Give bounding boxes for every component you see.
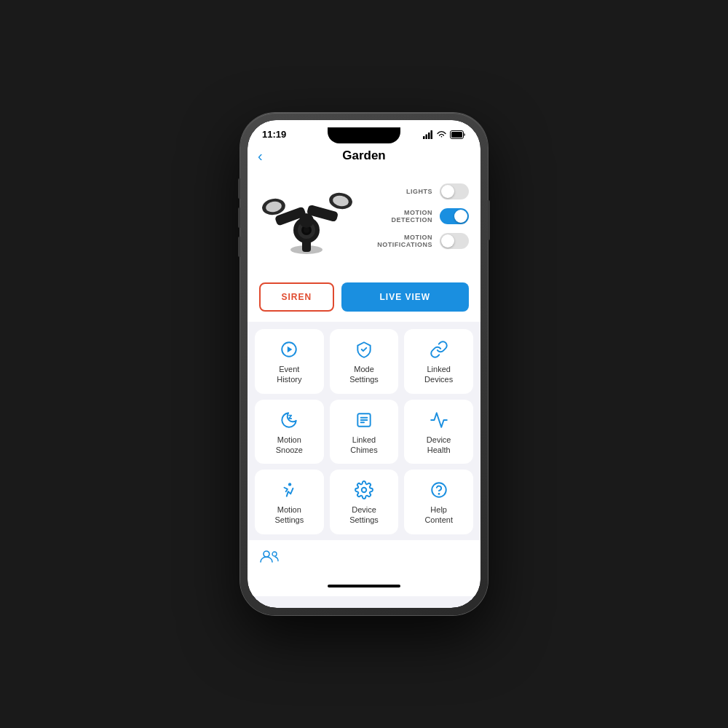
mode-settings-item[interactable]: ModeSettings bbox=[330, 329, 399, 394]
svg-point-30 bbox=[272, 552, 277, 556]
motion-snooze-item[interactable]: MotionSnooze bbox=[255, 400, 324, 464]
grid-row-2: MotionSnooze LinkedChimes bbox=[255, 400, 473, 464]
linked-devices-icon bbox=[429, 339, 449, 360]
help-content-item[interactable]: HelpContent bbox=[404, 470, 473, 534]
motion-detection-toggle[interactable] bbox=[440, 208, 469, 224]
motion-settings-label: MotionSettings bbox=[274, 505, 304, 526]
svg-rect-1 bbox=[426, 134, 428, 139]
device-health-item[interactable]: DeviceHealth bbox=[404, 400, 473, 464]
device-settings-label: DeviceSettings bbox=[349, 505, 379, 526]
wifi-icon bbox=[436, 130, 447, 139]
device-settings-icon bbox=[354, 480, 374, 500]
help-content-label: HelpContent bbox=[424, 505, 453, 526]
svg-marker-20 bbox=[288, 347, 293, 353]
status-icons bbox=[423, 130, 466, 139]
live-view-button[interactable]: LIVE VIEW bbox=[341, 282, 469, 312]
page-title: Garden bbox=[342, 149, 386, 163]
linked-chimes-icon bbox=[354, 410, 374, 430]
svg-point-18 bbox=[299, 213, 314, 228]
volume-up-button[interactable] bbox=[238, 178, 240, 199]
device-image bbox=[259, 181, 354, 261]
power-button[interactable] bbox=[488, 200, 490, 240]
svg-point-26 bbox=[362, 488, 367, 493]
event-history-icon bbox=[279, 339, 299, 360]
lights-toggle[interactable] bbox=[440, 183, 469, 199]
phone-frame: 11:19 bbox=[240, 113, 488, 615]
linked-chimes-item[interactable]: LinkedChimes bbox=[330, 400, 399, 464]
device-section: LIGHTS MOTIONDETECTION MOTIONNOTIFICATIO… bbox=[248, 172, 480, 272]
event-history-label: EventHistory bbox=[277, 364, 301, 385]
lights-label: LIGHTS bbox=[406, 188, 432, 195]
mode-settings-label: ModeSettings bbox=[349, 364, 379, 385]
volume-down-button[interactable] bbox=[238, 207, 240, 228]
grid-section: EventHistory ModeSettings bbox=[248, 322, 480, 534]
status-time: 11:19 bbox=[262, 129, 286, 140]
notch bbox=[328, 127, 400, 143]
linked-chimes-label: LinkedChimes bbox=[350, 435, 377, 456]
motion-settings-item[interactable]: MotionSettings bbox=[255, 470, 324, 534]
device-controls: LIGHTS MOTIONDETECTION MOTIONNOTIFICATIO… bbox=[259, 181, 469, 261]
grid-row-3: MotionSettings DeviceSettings bbox=[255, 470, 473, 534]
motion-settings-icon bbox=[279, 480, 299, 500]
motion-snooze-label: MotionSnooze bbox=[276, 435, 303, 456]
silent-button[interactable] bbox=[238, 237, 240, 257]
lights-toggle-row: LIGHTS bbox=[377, 183, 469, 199]
svg-rect-0 bbox=[423, 136, 425, 139]
event-history-item[interactable]: EventHistory bbox=[255, 329, 324, 394]
siren-button[interactable]: SIREN bbox=[259, 282, 334, 312]
motion-snooze-icon bbox=[279, 410, 299, 430]
svg-point-17 bbox=[304, 227, 309, 233]
home-indicator bbox=[248, 576, 480, 596]
linked-devices-item[interactable]: LinkedDevices bbox=[404, 329, 473, 394]
signal-icon bbox=[423, 130, 433, 139]
device-health-label: DeviceHealth bbox=[427, 435, 451, 456]
motion-notifications-label: MOTIONNOTIFICATIONS bbox=[377, 234, 432, 248]
home-bar bbox=[328, 585, 400, 587]
phone-screen: 11:19 bbox=[248, 120, 480, 608]
device-settings-item[interactable]: DeviceSettings bbox=[330, 470, 399, 534]
mode-settings-icon bbox=[354, 339, 374, 360]
device-health-icon bbox=[429, 410, 449, 430]
camera-illustration bbox=[259, 181, 354, 261]
svg-rect-2 bbox=[428, 132, 430, 139]
motion-notifications-toggle[interactable] bbox=[440, 233, 469, 249]
grid-row-1: EventHistory ModeSettings bbox=[255, 329, 473, 394]
linked-devices-label: LinkedDevices bbox=[424, 364, 453, 385]
svg-point-29 bbox=[264, 551, 269, 557]
header: ‹ Garden bbox=[248, 143, 480, 172]
shared-users-icon bbox=[259, 549, 281, 567]
svg-rect-3 bbox=[431, 130, 433, 139]
back-button[interactable]: ‹ bbox=[258, 148, 263, 165]
svg-point-27 bbox=[432, 483, 446, 497]
motion-notifications-toggle-row: MOTIONNOTIFICATIONS bbox=[377, 233, 469, 249]
motion-detection-label: MOTIONDETECTION bbox=[391, 209, 432, 223]
battery-icon bbox=[450, 130, 466, 139]
shared-users-row[interactable] bbox=[248, 540, 480, 576]
buttons-row: SIREN LIVE VIEW bbox=[248, 272, 480, 322]
motion-detection-toggle-row: MOTIONDETECTION bbox=[377, 208, 469, 224]
svg-point-25 bbox=[288, 483, 291, 486]
svg-rect-5 bbox=[451, 132, 462, 138]
toggles-section: LIGHTS MOTIONDETECTION MOTIONNOTIFICATIO… bbox=[377, 181, 469, 249]
help-content-icon bbox=[429, 480, 449, 500]
screen-content: 11:19 bbox=[248, 120, 480, 608]
main-content: LIGHTS MOTIONDETECTION MOTIONNOTIFICATIO… bbox=[248, 172, 480, 608]
